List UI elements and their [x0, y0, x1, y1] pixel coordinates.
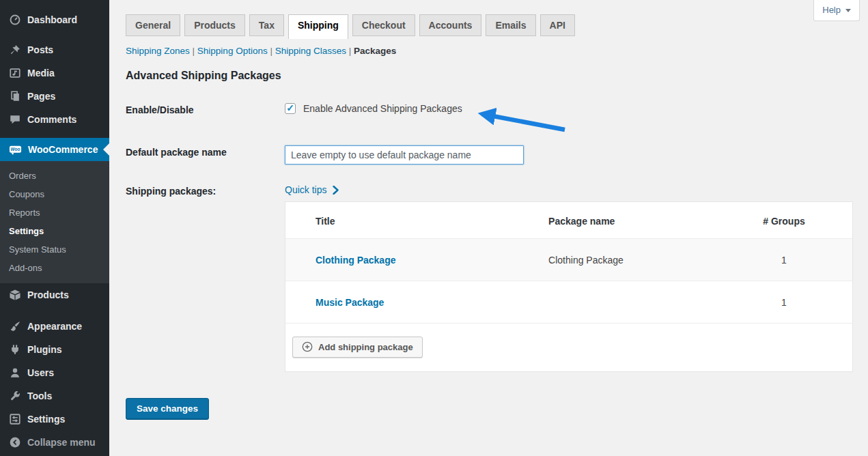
enable-disable-row: Enable/Disable ✓ Enable Advanced Shippin… — [126, 103, 853, 115]
sidebar-item-comments[interactable]: Comments — [0, 108, 109, 131]
sidebar-item-appearance[interactable]: Appearance — [0, 315, 109, 338]
tab-shipping[interactable]: Shipping — [288, 14, 348, 39]
sidebar-item-label: Pages — [27, 91, 55, 102]
sidebar-item-label: Appearance — [27, 321, 82, 332]
package-title-link[interactable]: Music Package — [316, 297, 384, 308]
products-box-icon — [9, 289, 21, 301]
sidebar-item-products[interactable]: Products — [0, 283, 109, 307]
shipping-packages-label: Shipping packages: — [126, 184, 285, 197]
groups-count-cell: 1 — [716, 281, 852, 324]
dashboard-icon — [9, 14, 21, 26]
enable-checkbox[interactable]: ✓ — [285, 103, 296, 114]
sidebar-item-woocommerce[interactable]: Woo WooCommerce — [0, 138, 109, 161]
collapse-menu-button[interactable]: Collapse menu — [0, 431, 109, 454]
pages-icon — [9, 90, 21, 102]
tab-api[interactable]: API — [540, 14, 575, 36]
current-menu-arrow-icon — [103, 143, 109, 156]
sidebar-item-posts[interactable]: Posts — [0, 38, 109, 61]
shipping-packages-row: Shipping packages: Quick tips Title Pack… — [126, 184, 853, 372]
help-caret-icon — [845, 9, 851, 12]
enable-checkbox-label[interactable]: Enable Advanced Shipping Packages — [303, 103, 462, 114]
subnav-link-shipping-classes[interactable]: Shipping Classes — [275, 46, 354, 56]
subnav-link-shipping-zones[interactable]: Shipping Zones — [126, 46, 197, 56]
quick-tips-link[interactable]: Quick tips — [285, 184, 339, 195]
settings-tab-bar: General Products Tax Shipping Checkout A… — [126, 0, 853, 39]
table-row: Clothing Package Clothing Package 1 — [285, 239, 852, 281]
sidebar-item-pages[interactable]: Pages — [0, 85, 109, 108]
tab-accounts[interactable]: Accounts — [419, 14, 482, 36]
default-package-name-input[interactable] — [285, 145, 524, 165]
page-title: Advanced Shipping Packages — [126, 70, 853, 82]
subnav-current-packages: Packages — [354, 46, 396, 56]
sidebar-item-reports[interactable]: Reports — [0, 203, 109, 222]
plugin-icon — [9, 343, 21, 356]
sidebar-item-label: Tools — [27, 390, 52, 401]
package-title-link[interactable]: Clothing Package — [316, 255, 395, 266]
sidebar-item-system-status[interactable]: System Status — [0, 240, 109, 259]
checkmark-icon: ✓ — [286, 103, 294, 113]
sidebar-item-label: Plugins — [27, 344, 62, 355]
settings-form: Enable/Disable ✓ Enable Advanced Shippin… — [126, 103, 853, 420]
tab-tax[interactable]: Tax — [249, 14, 284, 36]
sidebar-item-media[interactable]: Media — [0, 61, 109, 85]
enable-disable-label: Enable/Disable — [126, 103, 285, 115]
package-name-cell — [548, 281, 716, 324]
default-package-name-label: Default package name — [126, 145, 285, 158]
groups-count-cell: 1 — [716, 239, 852, 281]
sidebar-item-label: Settings — [27, 414, 65, 425]
comments-icon — [9, 113, 21, 126]
sidebar-item-add-ons[interactable]: Add-ons — [0, 259, 109, 277]
chevron-right-icon — [333, 186, 339, 195]
column-header-package-name: Package name — [548, 202, 716, 239]
sidebar-item-settings-current[interactable]: Settings — [0, 222, 109, 240]
wrench-icon — [9, 390, 21, 402]
sidebar-item-tools[interactable]: Tools — [0, 384, 109, 408]
sidebar-item-settings[interactable]: Settings — [0, 408, 109, 431]
woocommerce-submenu: Orders Coupons Reports Settings System S… — [0, 161, 109, 283]
sidebar-item-label: Posts — [27, 44, 53, 55]
package-name-cell: Clothing Package — [548, 239, 716, 281]
tab-checkout[interactable]: Checkout — [352, 14, 415, 36]
sidebar-item-label: Users — [27, 367, 54, 378]
tab-products[interactable]: Products — [184, 14, 245, 36]
sidebar-item-label: Collapse menu — [27, 437, 96, 448]
sliders-icon — [9, 413, 21, 425]
table-row: Music Package 1 — [285, 281, 852, 324]
user-icon — [9, 367, 21, 379]
shipping-packages-table: Title Package name # Groups Clothing Pac… — [285, 202, 852, 323]
help-label: Help — [822, 5, 841, 15]
collapse-arrow-icon — [9, 436, 21, 448]
sidebar-item-dashboard[interactable]: Dashboard — [0, 8, 109, 31]
media-icon — [9, 67, 21, 79]
brush-icon — [9, 320, 21, 332]
column-header-groups: # Groups — [716, 202, 852, 239]
sidebar-item-coupons[interactable]: Coupons — [0, 185, 109, 203]
sidebar-item-users[interactable]: Users — [0, 361, 109, 384]
column-header-title: Title — [285, 202, 548, 239]
woocommerce-icon: Woo — [9, 143, 22, 156]
quick-tips-label: Quick tips — [285, 184, 326, 195]
save-changes-button[interactable]: Save changes — [126, 398, 209, 420]
subnav-link-shipping-options[interactable]: Shipping Options — [197, 46, 275, 56]
sidebar-item-label: Products — [27, 289, 69, 300]
add-shipping-package-label: Add shipping package — [318, 342, 413, 352]
sidebar-item-label: Comments — [27, 114, 76, 125]
sidebar-item-label: Dashboard — [27, 14, 77, 25]
sidebar-item-orders[interactable]: Orders — [0, 167, 109, 185]
sidebar-item-label: WooCommerce — [28, 144, 98, 155]
pushpin-icon — [9, 44, 21, 56]
shipping-subnav: Shipping Zones Shipping Options Shipping… — [126, 46, 853, 56]
sidebar-item-plugins[interactable]: Plugins — [0, 338, 109, 361]
woocommerce-menu-group: Woo WooCommerce Orders Coupons Reports S… — [0, 138, 109, 283]
settings-content: Help General Products Tax Shipping Check… — [109, 0, 868, 456]
tab-general[interactable]: General — [126, 14, 180, 36]
table-footer: Add shipping package — [285, 323, 852, 371]
default-package-name-row: Default package name — [126, 145, 853, 165]
plus-circle-icon — [302, 341, 313, 352]
admin-sidebar: Dashboard Posts Media Pages Comments Woo… — [0, 0, 109, 456]
help-button[interactable]: Help — [813, 0, 860, 21]
add-shipping-package-button[interactable]: Add shipping package — [292, 337, 423, 358]
shipping-packages-panel: Title Package name # Groups Clothing Pac… — [285, 201, 853, 372]
svg-text:Woo: Woo — [11, 147, 20, 152]
tab-emails[interactable]: Emails — [486, 14, 535, 36]
